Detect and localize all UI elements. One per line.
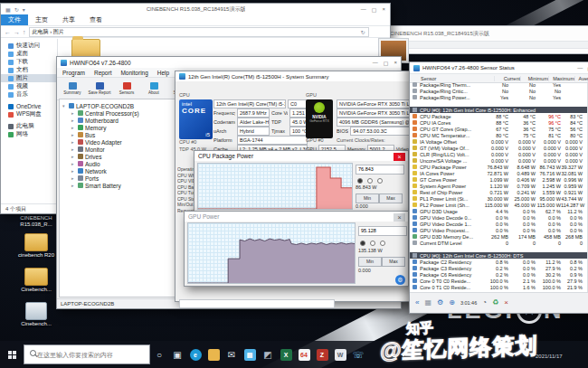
minimize-icon[interactable]: — xyxy=(361,6,366,13)
sensor-row[interactable]: PL1 Power Limit (St...30.000 W25.000 W95… xyxy=(410,195,588,202)
up-icon[interactable]: ↑ xyxy=(23,29,26,35)
desktop-icon[interactable]: Cinebench... xyxy=(13,302,60,327)
clock-icon[interactable]: ◔ xyxy=(482,298,487,307)
maximize-icon[interactable]: ▢ xyxy=(372,6,377,13)
logging-icon[interactable]: « xyxy=(415,298,419,307)
sensor-row[interactable]: IA Voltage Offset0.000 V0.000 V0.000 V0.… xyxy=(410,138,588,145)
web-icon[interactable]: ⊕ xyxy=(449,298,455,307)
back-icon[interactable]: ← xyxy=(5,29,11,35)
close-icon[interactable]: × xyxy=(504,298,508,307)
radio-icon[interactable] xyxy=(377,178,383,184)
sensor-row[interactable]: CPU Package Power76.843 W8.648 W86.743 W… xyxy=(410,164,588,170)
sidebar-item[interactable]: 音乐 xyxy=(1,90,57,99)
wps-icon[interactable]: W xyxy=(331,341,349,368)
graph-titlebar[interactable]: CPU Package Power xyxy=(194,151,408,161)
graph-scale-radios[interactable] xyxy=(360,241,385,246)
sensor-titlebar[interactable]: HWiNFO64 v7.26-4800 Sensor Status — ▢ xyxy=(410,62,588,74)
sensor-row[interactable]: IA Cores Power72.871 W0.489 W76.716 W32.… xyxy=(410,170,588,176)
max-button[interactable]: Max xyxy=(379,193,403,203)
cortana-icon[interactable]: ○ xyxy=(150,341,168,368)
close-icon[interactable]: × xyxy=(382,6,385,13)
sidebar-item[interactable]: 网络 xyxy=(1,130,57,138)
photos-icon[interactable]: ◩ xyxy=(259,341,277,368)
sensor-row[interactable]: GPU D3D Memory De...262 MB174 MB458 MB26… xyxy=(410,233,588,240)
dropdown-icon[interactable]: ▾ xyxy=(23,6,25,13)
sensor-row[interactable]: CPU GT Cores (Grap...67 °C36 °C75 °C56 °… xyxy=(410,126,588,132)
breadcrumb[interactable]: 此电脑 › 图片 ↻ xyxy=(29,27,369,37)
sidebar-item[interactable]: 快速访问 xyxy=(1,42,57,50)
hwinfo-titlebar[interactable]: HWiNFO64 v7.26-4800 — ▢ × xyxy=(57,57,401,68)
sensor-row[interactable]: CLR (Ring/LLC) Volt...0.000 V0.000 V0.00… xyxy=(410,151,588,157)
sensor-row[interactable]: CPU MC Temperatur...80 °C75 °C81 °C80 °C xyxy=(410,132,588,138)
close-icon[interactable]: × xyxy=(394,213,405,222)
excel-icon[interactable]: X xyxy=(277,341,295,368)
sensor-row[interactable]: PL2 Power Limit (Sh...115.000 W45.000 W1… xyxy=(410,202,588,208)
task-view-icon[interactable]: ▣ xyxy=(168,341,186,368)
graph-scale-radios[interactable] xyxy=(357,178,383,184)
sensor-row[interactable]: GPU Video Decode 0...0.0 %0.0 %0.0 %0.0 … xyxy=(410,214,588,221)
refresh-icon[interactable]: ↻ xyxy=(14,6,19,13)
sensor-row[interactable]: CPU IA Cores88 °C36 °C96 °C84 °C xyxy=(410,119,588,126)
your-phone-icon[interactable]: ☏ xyxy=(349,341,367,368)
minimize-icon[interactable]: — xyxy=(373,60,378,66)
column-current[interactable]: Current xyxy=(494,76,520,81)
sidebar-item[interactable]: 文档 xyxy=(1,66,57,74)
sensor-row[interactable]: Package C6 Residency0.2 %0.0 %30.2 %0.9 … xyxy=(410,271,588,278)
background-window[interactable]: CINEBENCH R15.038_RC184915演示版 xyxy=(384,25,588,54)
radio-icon[interactable] xyxy=(370,241,375,246)
radio-icon[interactable] xyxy=(357,178,363,184)
explorer-titlebar[interactable]: ▦ ↻ ▾ CINEBENCH R15.038_RC184915演示版 — ▢ … xyxy=(1,4,390,14)
sensor-row[interactable]: System Agent Power1.120 W0.709 W1.245 W0… xyxy=(410,183,588,189)
search-input[interactable] xyxy=(24,344,150,364)
tab-1[interactable]: 主页 xyxy=(28,14,55,25)
column-maximum[interactable]: Maximum xyxy=(548,76,574,81)
start-button[interactable] xyxy=(0,341,24,368)
sensor-row[interactable]: Current DTM Level0000 xyxy=(410,240,588,246)
sensor-row[interactable]: Package C2 Residency0.8 %0.0 %11.2 %0.8 … xyxy=(410,259,588,265)
radio-icon[interactable] xyxy=(367,178,373,184)
reset-icon[interactable]: ♻ xyxy=(492,298,498,307)
toolbar-button[interactable]: Summary xyxy=(61,80,84,98)
summary-titlebar[interactable]: 12th Gen Intel(R) Core(TM) i5-12500H - S… xyxy=(175,71,429,81)
min-button[interactable]: Min xyxy=(356,193,379,203)
sensor-row[interactable]: Core 0 T1 C0 Reside...100.0 %1.6 %100.0 … xyxy=(410,284,588,290)
tab-3[interactable]: 查看 xyxy=(82,14,109,25)
mail-icon[interactable]: ✉ xyxy=(223,341,241,368)
menu-item[interactable]: Report xyxy=(94,70,112,76)
cpuz-icon[interactable]: Z xyxy=(313,341,331,368)
sensor-row[interactable]: Core 0 T0 C0 Reside...100.0 %2.1 %100.0 … xyxy=(410,278,588,284)
sensor-row[interactable]: Package C3 Residency0.2 %0.0 %27.9 %0.2 … xyxy=(410,265,588,271)
desktop-icon[interactable]: CINEBENCH R15.038_R... xyxy=(13,215,60,228)
sidebar-item[interactable]: 视频 xyxy=(1,82,57,90)
sensor-row[interactable]: CPU Package88 °C48 °C96 °C83 °C xyxy=(410,113,588,119)
min-button[interactable]: Min xyxy=(358,257,382,267)
forward-icon[interactable]: → xyxy=(14,29,20,35)
sidebar-item[interactable]: WPS网盘 xyxy=(1,110,57,118)
sensor-row[interactable]: GPU D3D Usage4.4 %0.0 %62.7 %11.2 % xyxy=(410,208,588,214)
radio-icon[interactable] xyxy=(380,241,385,246)
tab-2[interactable]: 共享 xyxy=(55,14,82,25)
sidebar-item[interactable]: 此电脑 xyxy=(1,122,57,130)
desktop-icon[interactable]: Cinebench... xyxy=(13,268,60,293)
close-icon[interactable]: × xyxy=(394,60,397,66)
sensor-row[interactable]: GPU Video Processi...0.0 %0.0 %0.0 %0.0 … xyxy=(410,227,588,233)
toolbar-button[interactable]: About xyxy=(142,80,166,98)
quick-access-toolbar-icon[interactable]: ▦ xyxy=(5,6,11,13)
column-average[interactable]: Average xyxy=(574,76,588,81)
menu-item[interactable]: Monitoring xyxy=(120,70,147,76)
radio-icon[interactable] xyxy=(360,241,365,246)
sensor-row[interactable]: Package/Ring Therm...NoNoYes xyxy=(410,81,588,88)
tab-0[interactable]: 文件 xyxy=(1,14,28,25)
sidebar-item[interactable]: OneDrive xyxy=(1,102,57,110)
edge-icon[interactable]: e xyxy=(186,341,204,368)
minimize-icon[interactable]: — xyxy=(577,65,583,71)
store-icon[interactable]: ▤ xyxy=(241,341,259,368)
close-icon[interactable]: × xyxy=(394,153,405,161)
sensor-row[interactable]: GT Cores Power1.099 W0.406 W2.598 W0.996… xyxy=(410,176,588,183)
menu-item[interactable]: Help xyxy=(157,70,169,76)
graph-titlebar[interactable]: GPU Power xyxy=(185,212,408,222)
sensor-row[interactable]: Uncore/SA Voltage ...0.000 V0.000 V0.000… xyxy=(410,157,588,164)
column-sensor[interactable]: Sensor xyxy=(410,76,494,81)
menu-item[interactable]: Program xyxy=(62,70,85,76)
sidebar-item[interactable]: 下载 xyxy=(1,58,57,66)
